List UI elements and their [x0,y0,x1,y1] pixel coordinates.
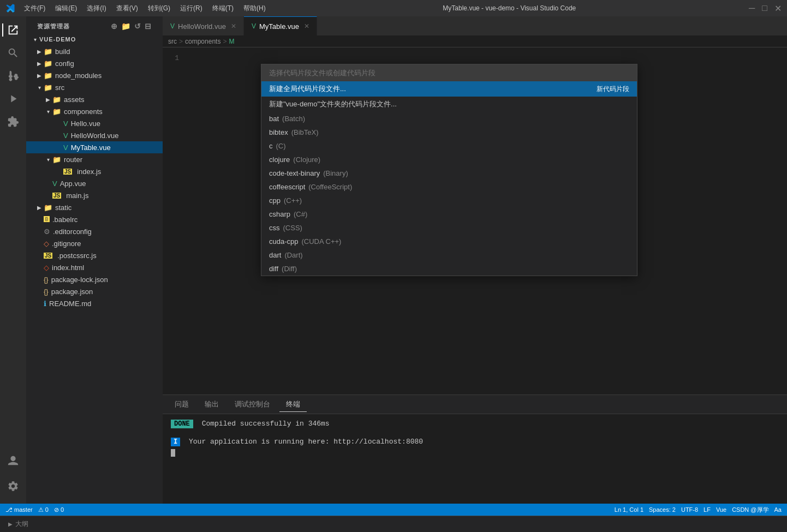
snippet-item-cuda-cpp[interactable]: cuda-cpp(CUDA C++) [261,235,637,248]
snippet-item-cpp[interactable]: cpp(C++) [261,194,637,207]
static-arrow: ▶ [35,203,44,212]
activity-search[interactable] [2,42,24,64]
panel-tab-problems[interactable]: 问题 [168,397,195,412]
minimize-button[interactable]: ─ [749,3,755,14]
sidebar-item-editorconfig[interactable]: ▶ ⚙ .editorconfig [26,225,163,237]
sidebar-item-package-lock[interactable]: ▶ {} package-lock.json [26,273,163,285]
menu-edit[interactable]: 编辑(E) [51,2,81,15]
snippet-item-new-global[interactable]: 新建全局代码片段文件... 新代码片段 [261,81,637,97]
sidebar-item-index-html[interactable]: ▶ ◇ index.html [26,261,163,273]
app-vue-icon: V [52,180,57,188]
new-folder-icon[interactable]: 📁 [121,22,131,31]
sidebar-item-app-vue[interactable]: ▶ V App.vue [26,177,163,189]
main-js-icon: JS [52,193,61,199]
helloworld-vue-icon: V [63,131,68,140]
status-language[interactable]: Vue [716,506,726,513]
sidebar-item-assets[interactable]: ▶ 📁 assets [26,93,163,105]
sidebar-item-router[interactable]: ▾ 📁 router [26,153,163,165]
project-root[interactable]: ▾ VUE-DEMO [26,33,163,45]
panel-tab-debug-console[interactable]: 调试控制台 [228,397,277,412]
snippet-item-css[interactable]: css(CSS) [261,221,637,235]
outline-item[interactable]: ▶ 大纲 [8,519,28,529]
menu-goto[interactable]: 转到(G) [144,2,175,15]
snippet-item-csharp[interactable]: csharp(C#) [261,207,637,221]
menu-select[interactable]: 选择(I) [82,2,110,15]
activity-settings[interactable] [2,475,24,497]
tab-mytable-vue[interactable]: V MyTable.vue ✕ [244,16,317,35]
tab-helloworld-vue-label: HelloWorld.vue [178,22,226,31]
status-warnings[interactable]: ⊘ 0 [54,506,64,513]
snippet-item-code-text-binary[interactable]: code-text-binary(Binary) [261,166,637,180]
sidebar-item-postcssrc[interactable]: ▶ JS .postcssrc.js [26,249,163,261]
sidebar-item-components[interactable]: ▾ 📁 components [26,105,163,117]
collapse-all-icon[interactable]: ⊟ [145,22,152,31]
status-aa[interactable]: Aa [774,506,782,513]
panel-tab-output[interactable]: 输出 [198,397,225,412]
sidebar-item-readme[interactable]: ▶ ℹ README.md [26,297,163,309]
snippet-item-dart[interactable]: dart(Dart) [261,248,637,262]
activity-extensions[interactable] [2,111,24,133]
breadcrumb-file[interactable]: M [229,38,234,45]
snippet-item-c[interactable]: c(C) [261,139,637,153]
snippet-item-new-vuedemo[interactable]: 新建"vue-demo"文件夹的代码片段文件... [261,97,637,112]
panel-tab-terminal[interactable]: 终端 [279,397,307,412]
sidebar-item-build[interactable]: ▶ 📁 build [26,45,163,57]
menu-file[interactable]: 文件(F) [20,2,50,15]
sidebar-item-gitignore[interactable]: ▶ ◇ .gitignore [26,237,163,249]
postcssrc-icon: JS [44,253,52,259]
menu-view[interactable]: 查看(V) [112,2,142,15]
sidebar-item-static[interactable]: ▶ 📁 static [26,201,163,213]
sidebar-item-router-index-js[interactable]: ▶ JS index.js [26,165,163,177]
status-encoding[interactable]: UTF-8 [681,506,698,513]
snippet-item-clojure[interactable]: clojure(Clojure) [261,153,637,166]
sidebar-item-node-modules[interactable]: ▶ 📁 node_modules [26,69,163,81]
close-button[interactable]: ✕ [774,3,782,14]
activity-explorer[interactable] [2,19,24,41]
sidebar-item-hello-vue[interactable]: ▶ V Hello.vue [26,117,163,129]
menu-terminal[interactable]: 终端(T) [208,2,238,15]
sidebar-item-helloworld-vue[interactable]: ▶ V HelloWorld.vue [26,129,163,141]
menu-help[interactable]: 帮助(H) [239,2,270,15]
sidebar-item-src[interactable]: ▾ 📁 src [26,81,163,93]
maximize-button[interactable]: □ [762,3,767,14]
status-right: Ln 1, Col 1 Spaces: 2 UTF-8 LF Vue CSDN … [615,506,782,514]
snippet-item-dart-name: dart [269,251,281,259]
package-lock-label: package-lock.json [51,276,108,284]
activity-account[interactable] [2,450,24,472]
sidebar-item-main-js[interactable]: ▶ JS main.js [26,189,163,201]
breadcrumb: src > components > M [163,35,787,47]
sidebar-item-mytable-vue[interactable]: ▶ V MyTable.vue [26,141,163,153]
build-label: build [55,47,70,56]
breadcrumb-src[interactable]: src [168,38,177,45]
snippet-item-cpp-name: cpp [269,196,281,205]
status-ln-col[interactable]: Ln 1, Col 1 [615,506,643,513]
status-spaces[interactable]: Spaces: 2 [649,506,676,513]
status-eol[interactable]: LF [703,506,711,513]
snippet-item-coffeescript[interactable]: coffeescript(CoffeeScript) [261,180,637,194]
menu-run[interactable]: 运行(R) [176,2,207,15]
snippet-dropdown[interactable]: 新建全局代码片段文件... 新代码片段 新建"vue-demo"文件夹的代码片段… [261,64,637,276]
snippet-item-bibtex[interactable]: bibtex(BibTeX) [261,125,637,139]
activity-run-debug[interactable] [2,88,24,110]
snippet-search-input[interactable] [261,64,637,81]
tab-mytable-vue-close[interactable]: ✕ [302,22,311,31]
breadcrumb-components[interactable]: components [185,38,220,45]
activity-bar [0,16,26,504]
status-branch[interactable]: ⎇ master [5,506,33,513]
panel-content[interactable]: DONE Compiled successfully in 346ms I Yo… [163,414,787,504]
tab-helloworld-vue-close[interactable]: ✕ [229,22,238,31]
sidebar-item-package-json[interactable]: ▶ {} package.json [26,285,163,297]
activity-source-control[interactable] [2,65,24,87]
new-file-icon[interactable]: ⊕ [111,22,118,31]
sidebar: 资源管理器 ⊕ 📁 ↺ ⊟ ▾ VUE-DEMO ▶ 📁 build [26,16,163,504]
refresh-icon[interactable]: ↺ [134,22,141,31]
sidebar-item-babelrc[interactable]: ▶ 🅱 .babelrc [26,213,163,225]
src-arrow: ▾ [35,83,44,92]
sidebar-item-config[interactable]: ▶ 📁 config [26,57,163,69]
status-errors[interactable]: ⚠ 0 [38,506,49,513]
title-bar-controls: ─ □ ✕ [749,3,782,14]
snippet-item-bat[interactable]: bat(Batch) [261,112,637,125]
package-json-label: package.json [51,288,93,296]
tab-helloworld-vue[interactable]: V HelloWorld.vue ✕ [163,16,244,35]
snippet-item-diff[interactable]: diff(Diff) [261,262,637,276]
